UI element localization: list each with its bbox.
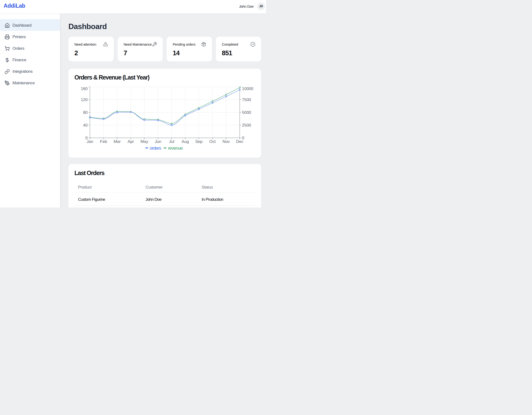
svg-text:revenue: revenue	[168, 145, 183, 150]
svg-text:2500: 2500	[242, 123, 251, 127]
svg-text:40: 40	[83, 123, 88, 127]
svg-text:80: 80	[83, 110, 88, 115]
svg-text:10000: 10000	[242, 87, 253, 91]
svg-text:Apr: Apr	[127, 139, 134, 144]
svg-text:7500: 7500	[242, 97, 251, 102]
svg-text:Jul: Jul	[169, 139, 174, 144]
svg-text:Mar: Mar	[114, 139, 121, 144]
svg-text:Jun: Jun	[155, 139, 161, 144]
svg-text:160: 160	[81, 87, 88, 91]
svg-text:Sep: Sep	[195, 139, 202, 144]
svg-text:Dec: Dec	[236, 139, 243, 144]
svg-text:Oct: Oct	[209, 139, 216, 144]
svg-text:Nov: Nov	[223, 139, 230, 144]
svg-text:May: May	[141, 139, 148, 144]
svg-text:Feb: Feb	[100, 139, 107, 144]
svg-text:orders: orders	[150, 145, 161, 150]
svg-text:Aug: Aug	[181, 139, 189, 144]
svg-text:Jan: Jan	[87, 139, 93, 144]
svg-text:120: 120	[81, 97, 88, 102]
svg-text:5000: 5000	[242, 110, 251, 115]
